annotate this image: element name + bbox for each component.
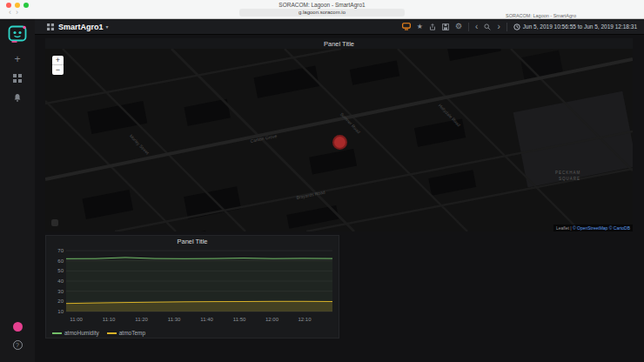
chart-legend[interactable]: atmoHumidityatmoTemp (46, 328, 339, 338)
timeseries-chart[interactable]: 1020304050607011:0011:1011:2011:3011:401… (49, 246, 336, 328)
dashboard-icon (47, 23, 54, 30)
dashboards-nav-button[interactable] (13, 73, 22, 84)
svg-text:60: 60 (57, 258, 64, 264)
svg-text:12:10: 12:10 (299, 317, 312, 322)
new-dashboard-button[interactable]: + (14, 54, 20, 64)
plus-icon: + (14, 54, 20, 64)
svg-text:40: 40 (57, 278, 64, 284)
chevron-down-icon[interactable]: ▾ (106, 23, 109, 30)
share-button[interactable] (429, 23, 436, 30)
map-canvas[interactable]: Morley Street Sumner Road Carlton Grove … (45, 49, 633, 231)
save-icon (442, 23, 449, 30)
address-bar[interactable]: g.lagoon.soracom.io (239, 9, 405, 17)
attribution-toggle[interactable] (51, 219, 58, 226)
osm-link[interactable]: © OpenStreetMap (573, 225, 607, 231)
dashboards-grid-icon (13, 74, 22, 83)
svg-text:11:00: 11:00 (70, 317, 83, 322)
legend-label: atmoTemp (119, 330, 145, 336)
sidebar: + ? (0, 19, 35, 362)
tv-mode-button[interactable] (402, 23, 411, 30)
question-icon: ? (16, 342, 19, 348)
lagoon-app: + ? (0, 19, 644, 362)
alerts-nav-button[interactable] (13, 92, 22, 103)
clock-icon (513, 23, 520, 30)
time-forward-button[interactable]: › (497, 22, 500, 31)
browser-tab[interactable]: SORACOM: Lagoon - SmartAgro (506, 13, 576, 18)
svg-text:11:50: 11:50 (233, 317, 246, 322)
svg-text:70: 70 (57, 248, 64, 253)
monitor-icon (402, 23, 411, 30)
time-range-text: Jun 5, 2019 10:56:55 to Jun 5, 2019 12:1… (523, 23, 637, 30)
square-label: SQUARE (559, 177, 580, 181)
navbar-actions: ★ ⚙ (402, 22, 637, 31)
legend-item[interactable]: atmoTemp (107, 330, 145, 336)
user-avatar[interactable] (13, 322, 23, 332)
lagoon-logo-icon (7, 23, 28, 44)
save-button[interactable] (442, 23, 449, 30)
lagoon-logo[interactable] (7, 23, 28, 45)
browser-window: SORACOM: Lagoon - SmartAgro1 ‹› g.lagoon… (0, 0, 644, 362)
dashboard-content: Panel Title (35, 35, 644, 362)
svg-text:11:40: 11:40 (200, 317, 213, 322)
back-icon[interactable]: ‹ (9, 8, 16, 17)
time-range-picker[interactable]: Jun 5, 2019 10:56:55 to Jun 5, 2019 12:1… (513, 23, 637, 30)
share-icon (429, 23, 436, 30)
map-attribution: Leaflet | © OpenStreetMap © CartoDB (553, 225, 633, 231)
svg-text:11:30: 11:30 (168, 317, 181, 322)
svg-text:10: 10 (57, 309, 64, 314)
chevron-right-icon: › (497, 22, 500, 31)
legend-swatch (52, 332, 62, 334)
navbar-divider (468, 23, 469, 31)
graph-panel-title[interactable]: Panel Title (46, 236, 339, 246)
time-back-button[interactable]: ‹ (475, 22, 478, 31)
zoom-out-time-button[interactable] (484, 23, 491, 30)
svg-text:11:10: 11:10 (103, 317, 116, 322)
zoom-out-button[interactable]: − (52, 65, 64, 75)
help-button[interactable]: ? (13, 340, 23, 350)
bell-icon (13, 93, 22, 103)
svg-text:30: 30 (57, 289, 64, 294)
dashboard-navbar: SmartAgro1 ▾ ★ (35, 19, 644, 35)
legend-swatch (107, 332, 117, 334)
forward-icon[interactable]: › (16, 8, 23, 17)
svg-text:11:20: 11:20 (135, 317, 148, 322)
svg-text:50: 50 (57, 268, 64, 273)
legend-label: atmoHumidity (64, 330, 99, 336)
map-marker[interactable] (332, 135, 347, 150)
dashboard-title[interactable]: SmartAgro1 (58, 23, 104, 31)
star-icon: ★ (417, 23, 423, 30)
chevron-left-icon: ‹ (475, 22, 478, 31)
browser-history-buttons[interactable]: ‹› (9, 8, 23, 17)
map-zoom-control: + − (52, 56, 64, 75)
main-area: SmartAgro1 ▾ ★ (35, 19, 644, 362)
square-label: PECKHAM (555, 171, 580, 175)
svg-text:20: 20 (57, 298, 64, 304)
browser-chrome: SORACOM: Lagoon - SmartAgro1 ‹› g.lagoon… (0, 0, 644, 19)
map-panel-title[interactable]: Panel Title (45, 38, 633, 49)
window-title: SORACOM: Lagoon - SmartAgro1 (0, 2, 644, 8)
settings-button[interactable]: ⚙ (455, 23, 462, 30)
gear-icon: ⚙ (455, 23, 462, 30)
map-panel: Panel Title (45, 38, 633, 231)
svg-text:12:00: 12:00 (265, 317, 279, 322)
graph-panel: Panel Title 1020304050607011:0011:1011:2… (45, 235, 339, 339)
zoom-in-button[interactable]: + (52, 56, 64, 65)
leaflet-link[interactable]: Leaflet (556, 225, 569, 231)
legend-item[interactable]: atmoHumidity (52, 330, 99, 336)
magnifier-icon (484, 23, 491, 30)
carto-link[interactable]: © CartoDB (609, 225, 630, 231)
star-button[interactable]: ★ (417, 23, 423, 30)
navbar-divider (506, 23, 507, 31)
